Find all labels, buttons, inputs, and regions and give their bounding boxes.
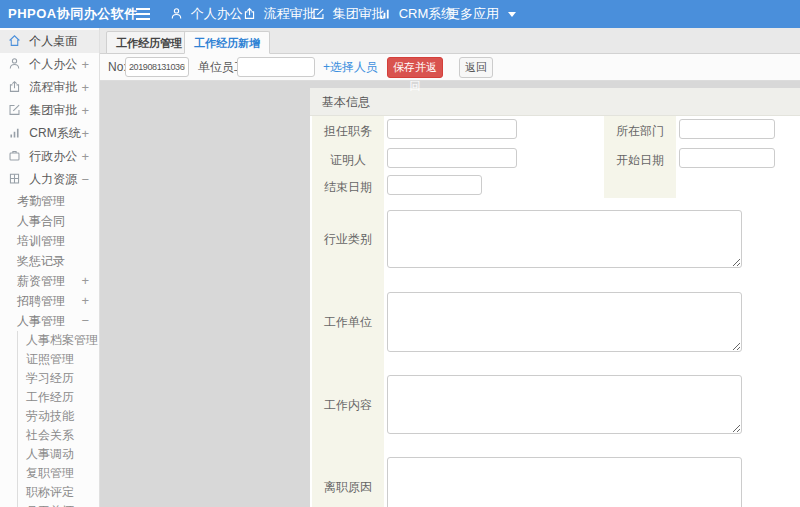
topnav-crm[interactable]: CRM系统 bbox=[378, 0, 454, 28]
start-date-label: 开始日期 bbox=[604, 153, 676, 167]
witness-label: 证明人 bbox=[312, 153, 384, 167]
topnav-group-approval[interactable]: 集团审批 bbox=[312, 0, 385, 28]
sidebar-item-label: 人力资源 bbox=[29, 172, 77, 186]
sidebar-item-work-history[interactable]: 工作经历 bbox=[18, 388, 99, 407]
sidebar-item-education-history[interactable]: 学习经历 bbox=[18, 369, 99, 388]
industry-textarea[interactable] bbox=[387, 210, 742, 268]
top-bar: PHPOA协同办公软件 个人办公 流程审批 集团审批 CRM系统 更多应用 bbox=[0, 0, 800, 28]
return-button[interactable]: 返回 bbox=[459, 57, 493, 78]
topnav-personal-office[interactable]: 个人办公 bbox=[170, 0, 243, 28]
sidebar-item-salary[interactable]: 薪资管理+ bbox=[0, 271, 99, 291]
end-date-label: 结束日期 bbox=[312, 180, 384, 194]
sidebar-item-group-approval[interactable]: 集团审批 + bbox=[0, 99, 99, 122]
edit-approval-icon bbox=[312, 2, 325, 30]
sidebar-item-personal-desktop[interactable]: 个人桌面 bbox=[0, 30, 99, 53]
sidebar-item-certificates[interactable]: 证照管理 bbox=[18, 350, 99, 369]
sidebar-item-social-relations[interactable]: 社会关系 bbox=[18, 426, 99, 445]
sidebar-item-label: 集团审批 bbox=[29, 103, 77, 117]
sidebar-item-training[interactable]: 培训管理 bbox=[0, 231, 99, 251]
workflow-upload-icon bbox=[8, 78, 21, 101]
expand-icon[interactable]: − bbox=[81, 311, 89, 331]
tab-strip: 工作经历管理 工作经历新增 bbox=[100, 28, 800, 54]
industry-label: 行业类别 bbox=[312, 232, 384, 246]
expand-icon[interactable]: + bbox=[81, 99, 89, 122]
sidebar-item-label: 社会关系 bbox=[26, 428, 74, 442]
sidebar-item-personal-office[interactable]: 个人办公 + bbox=[0, 53, 99, 76]
expand-icon[interactable]: + bbox=[81, 291, 89, 311]
sidebar-item-hr-contract[interactable]: 人事合同 bbox=[0, 211, 99, 231]
phpoa-app: PHPOA协同办公软件 个人办公 流程审批 集团审批 CRM系统 更多应用 个人 bbox=[0, 0, 800, 507]
topnav-label: 流程审批 bbox=[264, 6, 316, 21]
sidebar-item-label: 行政办公 bbox=[29, 149, 77, 163]
sidebar-item-personnel-transfer[interactable]: 人事调动 bbox=[18, 445, 99, 464]
sidebar-item-crm[interactable]: CRM系统 + bbox=[0, 122, 99, 145]
topnav-more-apps[interactable]: 更多应用 bbox=[447, 0, 516, 28]
topnav-label: 集团审批 bbox=[333, 6, 385, 21]
form-panel: 基本信息 担任职务 所在部门 证明人 开始日期 结束日期 行业类别 bbox=[310, 88, 800, 507]
edit-approval-icon bbox=[8, 101, 21, 124]
sidebar: 个人桌面 个人办公 + 流程审批 + 集团审批 + CRM系统 + 行政办公 + bbox=[0, 28, 100, 507]
sidebar-item-reinstatement[interactable]: 复职管理 bbox=[18, 464, 99, 483]
sidebar-item-labor-skills[interactable]: 劳动技能 bbox=[18, 407, 99, 426]
no-label: No: bbox=[108, 54, 127, 81]
sidebar-item-label: 学习经历 bbox=[26, 371, 74, 385]
department-input[interactable] bbox=[679, 119, 775, 139]
sidebar-item-workflow-approval[interactable]: 流程审批 + bbox=[0, 76, 99, 99]
leave-reason-label: 离职原因 bbox=[312, 480, 384, 494]
sidebar-item-label: 证照管理 bbox=[26, 352, 74, 366]
job-content-label: 工作内容 bbox=[312, 398, 384, 412]
save-and-return-button[interactable]: 保存并返回 bbox=[387, 57, 443, 78]
tab-work-history-new[interactable]: 工作经历新增 bbox=[184, 31, 270, 54]
sidebar-item-personnel-archive[interactable]: 人事档案管理 bbox=[18, 331, 99, 350]
sidebar-item-personnel[interactable]: 人事管理− bbox=[0, 311, 99, 331]
section-title: 基本信息 bbox=[310, 88, 800, 116]
sidebar-item-label: 个人办公 bbox=[29, 57, 77, 71]
sidebar-item-rewards[interactable]: 奖惩记录 bbox=[0, 251, 99, 271]
company-label: 工作单位 bbox=[312, 315, 384, 329]
sidebar-item-label: 考勤管理 bbox=[17, 194, 65, 208]
end-date-input[interactable] bbox=[387, 175, 482, 195]
sidebar-item-recruit[interactable]: 招聘管理+ bbox=[0, 291, 99, 311]
sidebar-item-employee-care[interactable]: 员工关怀 bbox=[18, 502, 99, 507]
sidebar-item-hr[interactable]: 人力资源 − bbox=[0, 168, 99, 191]
caret-down-icon bbox=[508, 12, 516, 17]
sidebar-item-label: 人事管理 bbox=[17, 314, 65, 328]
user-icon bbox=[170, 2, 183, 30]
sidebar-item-attendance[interactable]: 考勤管理 bbox=[0, 191, 99, 211]
expand-icon[interactable]: + bbox=[81, 53, 89, 76]
hamburger-menu-icon[interactable] bbox=[135, 7, 151, 21]
expand-icon[interactable]: + bbox=[81, 122, 89, 145]
user-icon bbox=[8, 55, 21, 78]
position-label: 担任职务 bbox=[312, 124, 384, 138]
content-area: 基本信息 担任职务 所在部门 证明人 开始日期 结束日期 行业类别 bbox=[100, 81, 800, 507]
topnav-workflow-approval[interactable]: 流程审批 bbox=[243, 0, 316, 28]
tab-work-history-manage[interactable]: 工作经历管理 bbox=[106, 31, 192, 54]
employee-input[interactable] bbox=[237, 57, 315, 77]
expand-icon[interactable]: + bbox=[81, 76, 89, 99]
start-date-input[interactable] bbox=[679, 148, 775, 168]
sidebar-item-label: 工作经历 bbox=[26, 390, 74, 404]
job-content-textarea[interactable] bbox=[387, 375, 742, 434]
expand-icon[interactable]: + bbox=[81, 271, 89, 291]
personnel-submenu: 人事档案管理 证照管理 学习经历 工作经历 劳动技能 社会关系 人事调动 复职管… bbox=[17, 331, 99, 507]
sidebar-item-admin-office[interactable]: 行政办公 + bbox=[0, 145, 99, 168]
toolbar: No: 单位员工: +选择人员 保存并返回 返回 bbox=[100, 54, 800, 81]
sidebar-item-label: CRM系统 bbox=[29, 126, 80, 140]
workflow-upload-icon bbox=[243, 2, 256, 30]
company-textarea[interactable] bbox=[387, 292, 742, 352]
building-icon bbox=[8, 170, 21, 193]
position-input[interactable] bbox=[387, 119, 517, 139]
witness-input[interactable] bbox=[387, 148, 517, 168]
expand-icon[interactable]: − bbox=[81, 168, 89, 191]
main-area: 工作经历管理 工作经历新增 No: 单位员工: +选择人员 保存并返回 返回 基… bbox=[100, 28, 800, 507]
sidebar-item-label: 个人桌面 bbox=[29, 34, 77, 48]
record-no-input[interactable] bbox=[125, 57, 189, 77]
sidebar-item-title-evaluation[interactable]: 职称评定 bbox=[18, 483, 99, 502]
sidebar-item-label: 招聘管理 bbox=[17, 294, 65, 308]
sidebar-item-label: 劳动技能 bbox=[26, 409, 74, 423]
bar-chart-icon bbox=[8, 124, 21, 147]
select-person-link[interactable]: +选择人员 bbox=[323, 54, 378, 81]
leave-reason-textarea[interactable] bbox=[387, 457, 742, 507]
sidebar-item-label: 人事调动 bbox=[26, 447, 74, 461]
expand-icon[interactable]: + bbox=[81, 145, 89, 168]
